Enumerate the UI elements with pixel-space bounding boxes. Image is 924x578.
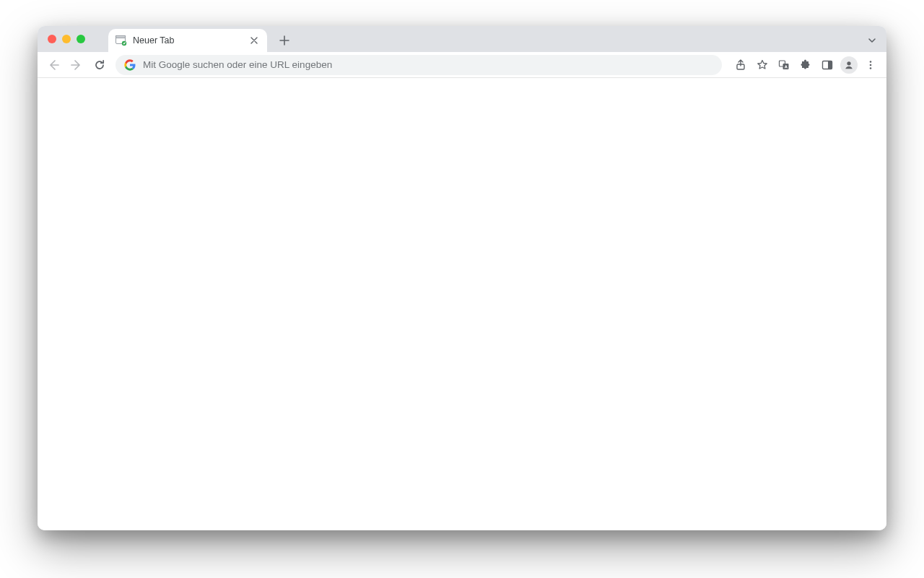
extensions-button[interactable]: [796, 55, 816, 75]
svg-point-10: [870, 64, 872, 66]
translate-button[interactable]: [774, 55, 794, 75]
share-icon: [735, 59, 746, 71]
star-icon: [757, 59, 768, 71]
omnibox[interactable]: [116, 55, 722, 75]
arrow-right-icon: [71, 59, 82, 71]
profile-button[interactable]: [839, 55, 859, 75]
tab-list-dropdown[interactable]: [865, 33, 879, 48]
avatar-icon: [840, 56, 858, 74]
svg-point-11: [870, 67, 872, 69]
arrow-left-icon: [48, 59, 59, 71]
toolbar-icons: [731, 55, 881, 75]
browser-window: Neuer Tab: [38, 26, 886, 530]
toolbar: [38, 52, 886, 78]
new-tab-favicon-icon: [116, 35, 127, 46]
bookmark-button[interactable]: [752, 55, 772, 75]
plus-icon: [279, 35, 289, 46]
tab-active[interactable]: Neuer Tab: [108, 29, 267, 52]
google-g-icon: [124, 59, 136, 71]
page-content: [38, 78, 886, 530]
new-tab-button[interactable]: [274, 30, 295, 51]
puzzle-icon: [800, 59, 811, 71]
chevron-down-icon: [868, 36, 876, 45]
side-panel-button[interactable]: [817, 55, 837, 75]
minimize-window-button[interactable]: [62, 35, 71, 43]
side-panel-icon: [821, 59, 833, 71]
reload-button[interactable]: [90, 55, 110, 75]
menu-button[interactable]: [860, 55, 881, 75]
forward-button[interactable]: [66, 55, 87, 75]
reload-icon: [94, 59, 105, 71]
maximize-window-button[interactable]: [77, 35, 85, 43]
close-tab-button[interactable]: [248, 35, 260, 46]
omnibox-input[interactable]: [143, 59, 713, 70]
window-controls: [38, 26, 95, 52]
tab-title: Neuer Tab: [133, 35, 248, 46]
svg-point-9: [870, 61, 872, 63]
close-icon: [250, 37, 258, 44]
svg-rect-7: [828, 61, 832, 69]
svg-rect-1: [116, 36, 126, 38]
close-window-button[interactable]: [48, 35, 56, 43]
kebab-menu-icon: [866, 60, 876, 70]
share-button[interactable]: [731, 55, 751, 75]
tab-strip: Neuer Tab: [38, 26, 886, 52]
back-button[interactable]: [43, 55, 64, 75]
translate-icon: [778, 59, 790, 71]
svg-point-8: [847, 61, 850, 65]
